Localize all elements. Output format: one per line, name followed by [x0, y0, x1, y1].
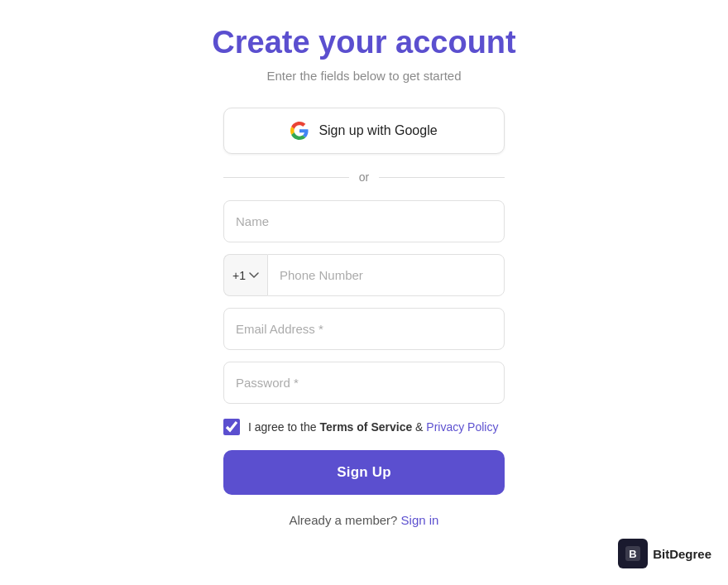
bitdegree-brand-name: BitDegree [653, 547, 711, 561]
svg-text:B: B [629, 548, 636, 560]
google-signup-button[interactable]: Sign up with Google [223, 108, 505, 154]
signin-link[interactable]: Sign in [401, 513, 439, 527]
divider: or [223, 170, 505, 184]
phone-country-selector[interactable]: +1 [223, 254, 267, 296]
divider-right-line [379, 177, 505, 178]
google-icon [290, 122, 309, 140]
divider-text: or [359, 170, 369, 184]
page-subtitle: Enter the fields below to get started [266, 69, 461, 83]
bitdegree-icon: B [618, 539, 648, 568]
signup-button-label: Sign Up [337, 464, 391, 480]
chevron-down-icon [249, 272, 259, 279]
phone-row: +1 [223, 254, 505, 296]
privacy-policy-link[interactable]: Privacy Policy [426, 420, 498, 434]
email-input[interactable] [223, 308, 505, 350]
already-member-text: Already a member? Sign in [290, 513, 439, 527]
bitdegree-logo: B BitDegree [618, 539, 711, 568]
agree-label: I agree to the Terms of Service & Privac… [248, 420, 498, 434]
google-button-label: Sign up with Google [318, 123, 437, 138]
password-input[interactable] [223, 362, 505, 404]
bitdegree-brand-icon: B [624, 544, 642, 563]
agree-checkbox[interactable] [223, 419, 240, 435]
agree-row: I agree to the Terms of Service & Privac… [223, 419, 505, 435]
signup-button[interactable]: Sign Up [223, 450, 505, 495]
page-title: Create your account [212, 25, 515, 60]
signin-label: Sign in [401, 513, 439, 527]
signup-form: Sign up with Google or +1 I agree to the… [223, 108, 505, 527]
divider-left-line [223, 177, 349, 178]
country-code-label: +1 [232, 269, 246, 282]
phone-input[interactable] [267, 254, 505, 296]
already-text: Already a member? [290, 513, 398, 527]
name-input[interactable] [223, 200, 505, 242]
